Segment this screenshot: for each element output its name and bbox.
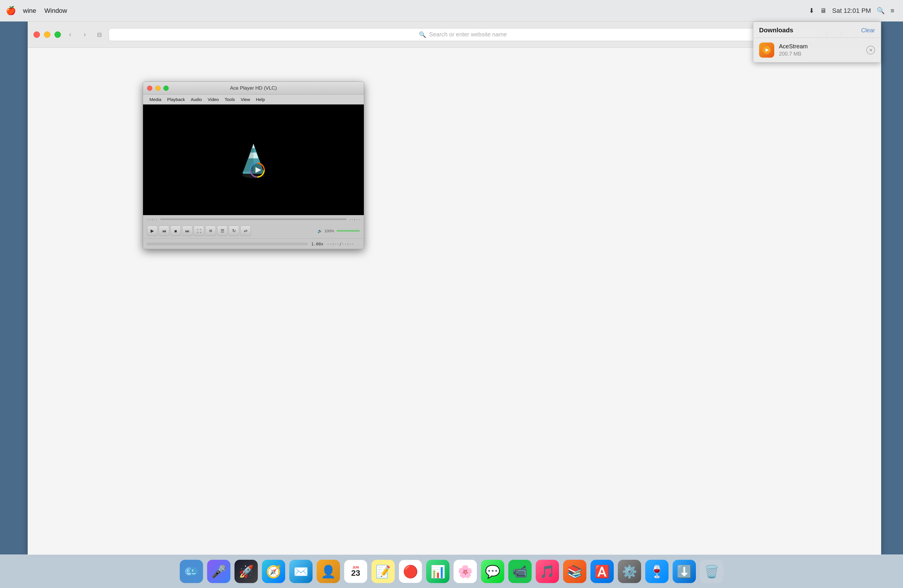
dock-slideshow[interactable]: 📊 bbox=[426, 560, 450, 583]
vlc-menu-audio[interactable]: Audio bbox=[188, 97, 205, 102]
dock-safari[interactable]: 🧭 bbox=[262, 560, 285, 583]
vlc-volume-icon: 🔊 bbox=[318, 229, 322, 233]
vlc-fullscreen-btn[interactable]: ⛶ bbox=[194, 226, 204, 236]
downloads-panel: Downloads Clear AceStream 200.7 MB ✕ bbox=[753, 22, 881, 63]
svg-point-18 bbox=[188, 570, 189, 571]
vlc-window: Ace Player HD (VLC) Media Playback Audio… bbox=[143, 82, 364, 249]
dock-notes[interactable]: 📝 bbox=[371, 560, 395, 583]
maximize-button[interactable] bbox=[55, 31, 61, 38]
vlc-repeat-btn[interactable]: ↻ bbox=[229, 226, 239, 236]
vlc-volume-area: 🔊 100% bbox=[318, 229, 360, 233]
vlc-controls: ▶ ⏮ ■ ⏭ ⛶ ≋ ☰ ↻ ⇌ 🔊 100% bbox=[143, 223, 364, 238]
dock-wine[interactable]: 🍷 bbox=[645, 560, 669, 583]
vlc-time: --:--/--:-- bbox=[327, 241, 354, 246]
dock-mail[interactable]: ✉️ bbox=[289, 560, 313, 583]
vlc-playlist-btn[interactable]: ☰ bbox=[217, 226, 228, 236]
dock-calendar[interactable]: JUN 23 bbox=[344, 560, 367, 583]
download-size: 200.7 MB bbox=[779, 51, 862, 57]
vlc-equalizer-btn[interactable]: ≋ bbox=[205, 226, 216, 236]
vlc-seek-right: --:-- bbox=[349, 217, 360, 221]
forward-button[interactable]: › bbox=[80, 30, 90, 40]
dock-launchpad[interactable]: 🚀 bbox=[234, 560, 258, 583]
vlc-speed: 1.00x bbox=[311, 241, 323, 246]
window-menu[interactable]: Window bbox=[44, 7, 67, 14]
app-name[interactable]: wine bbox=[23, 7, 36, 14]
dock: 🎤 🚀 🧭 ✉️ 👤 JUN 23 📝 🔴 📊 🌸 💬 📹 🎵 📚 🅰️ ⚙️ … bbox=[0, 555, 903, 588]
dock-messages[interactable]: 💬 bbox=[481, 560, 504, 583]
vlc-titlebar: Ace Player HD (VLC) bbox=[143, 82, 364, 95]
vlc-prev-btn[interactable]: ⏮ bbox=[159, 226, 169, 236]
dock-reminders[interactable]: 🔴 bbox=[399, 560, 422, 583]
vlc-seek-left: --:-- bbox=[146, 217, 158, 221]
vlc-status-track[interactable] bbox=[147, 243, 308, 245]
download-icon[interactable]: ⬇ bbox=[809, 7, 814, 14]
close-button[interactable] bbox=[33, 31, 40, 38]
vlc-seekbar[interactable] bbox=[160, 218, 347, 220]
vlc-maximize-btn[interactable] bbox=[164, 86, 169, 91]
vlc-menu-tools[interactable]: Tools bbox=[222, 97, 238, 102]
vlc-minimize-btn[interactable] bbox=[155, 86, 160, 91]
dock-trash[interactable]: 🗑️ bbox=[700, 560, 723, 583]
vlc-menubar: Media Playback Audio Video Tools View He… bbox=[143, 95, 364, 105]
dock-downloads[interactable]: ⬇️ bbox=[673, 560, 696, 583]
dock-music[interactable]: 🎵 bbox=[536, 560, 559, 583]
vlc-menu-playback[interactable]: Playback bbox=[164, 97, 188, 102]
download-name: AceStream bbox=[779, 43, 862, 50]
vlc-menu-help[interactable]: Help bbox=[253, 97, 268, 102]
download-info: AceStream 200.7 MB bbox=[779, 43, 862, 57]
vlc-video-area[interactable] bbox=[143, 105, 364, 215]
vlc-stop-btn[interactable]: ■ bbox=[170, 226, 181, 236]
vlc-play-btn[interactable]: ▶ bbox=[147, 226, 157, 236]
menu-bar: 🍎 wine Window ⬇ 🖥 Sat 12:01 PM 🔍 ≡ bbox=[0, 0, 903, 22]
dock-contacts[interactable]: 👤 bbox=[317, 560, 340, 583]
download-action-btn[interactable]: ✕ bbox=[866, 46, 875, 55]
vlc-shuffle-btn[interactable]: ⇌ bbox=[240, 226, 251, 236]
lists-icon[interactable]: ≡ bbox=[890, 7, 894, 14]
dock-siri[interactable]: 🎤 bbox=[207, 560, 230, 583]
clock: Sat 12:01 PM bbox=[832, 7, 871, 14]
downloads-title: Downloads bbox=[759, 27, 793, 34]
vlc-traffic-lights bbox=[147, 86, 169, 91]
downloads-header: Downloads Clear bbox=[753, 22, 881, 38]
vlc-title: Ace Player HD (VLC) bbox=[230, 85, 277, 91]
menubar-right: ⬇ 🖥 Sat 12:01 PM 🔍 ≡ bbox=[809, 7, 894, 14]
clear-button[interactable]: Clear bbox=[861, 27, 875, 34]
vlc-volume-fill bbox=[337, 230, 360, 232]
search-icon: 🔍 bbox=[419, 31, 426, 38]
apple-menu[interactable]: 🍎 bbox=[6, 6, 16, 16]
screen-icon[interactable]: 🖥 bbox=[820, 7, 826, 14]
dock-facetime[interactable]: 📹 bbox=[508, 560, 532, 583]
back-button[interactable]: ‹ bbox=[65, 30, 76, 40]
dock-finder[interactable] bbox=[180, 560, 203, 583]
dock-books[interactable]: 📚 bbox=[563, 560, 586, 583]
address-bar[interactable]: 🔍 Search or enter website name bbox=[109, 28, 817, 41]
dock-sysprefs[interactable]: ⚙️ bbox=[618, 560, 641, 583]
vlc-statusbar: 1.00x --:--/--:-- bbox=[143, 238, 364, 249]
vlc-close-btn[interactable] bbox=[147, 86, 153, 91]
vlc-menu-media[interactable]: Media bbox=[146, 97, 164, 102]
vlc-volume-pct: 100% bbox=[324, 229, 334, 233]
vlc-seekbar-row: --:-- --:-- bbox=[143, 215, 364, 223]
vlc-menu-view[interactable]: View bbox=[238, 97, 253, 102]
minimize-button[interactable] bbox=[44, 31, 50, 38]
search-icon[interactable]: 🔍 bbox=[877, 7, 885, 14]
svg-point-19 bbox=[193, 570, 194, 571]
vlc-menu-video[interactable]: Video bbox=[205, 97, 222, 102]
dock-appstore[interactable]: 🅰️ bbox=[590, 560, 614, 583]
vlc-volume-slider[interactable] bbox=[337, 230, 360, 232]
dock-photos[interactable]: 🌸 bbox=[453, 560, 477, 583]
sidebar-button[interactable]: ⊟ bbox=[94, 30, 105, 40]
acestream-icon bbox=[759, 42, 774, 58]
address-placeholder: Search or enter website name bbox=[429, 31, 507, 38]
vlc-next-btn[interactable]: ⏭ bbox=[182, 226, 192, 236]
download-item: AceStream 200.7 MB ✕ bbox=[753, 38, 881, 62]
